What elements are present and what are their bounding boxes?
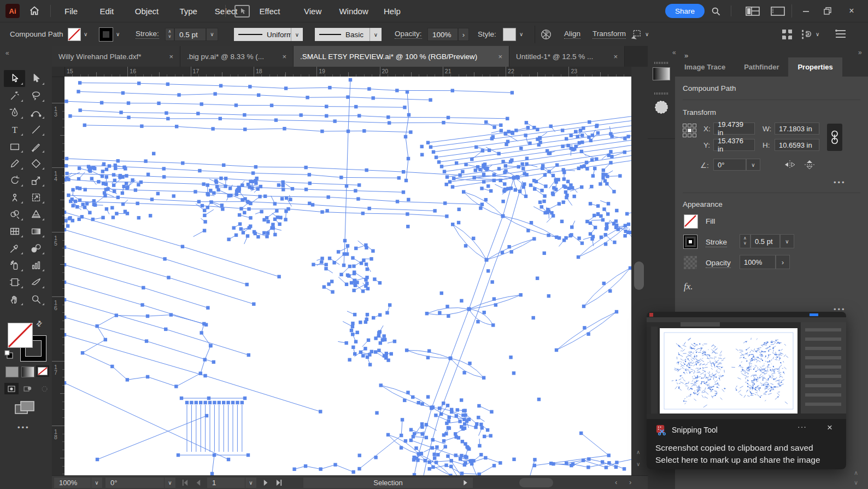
tool-puppet-warp[interactable] [4,189,25,206]
tool-rectangle[interactable] [4,138,25,155]
hscroll-right-chevron[interactable]: › [629,478,631,486]
toolbar-more-button[interactable]: ••• [17,423,30,432]
tool-pencil[interactable] [4,155,25,172]
stroke-swatch[interactable] [99,28,113,41]
tool-direct-selection[interactable] [25,70,46,87]
tool-artboard[interactable] [4,273,25,290]
previous-artboard-button[interactable] [193,478,203,487]
dock-scroll-up-chevron[interactable]: ∧ [854,469,858,476]
tool-curvature[interactable] [25,104,46,121]
snap-chevron[interactable]: ∨ [816,32,819,37]
notification-more-button[interactable]: ··· [797,422,807,431]
stroke-weight-stepper[interactable]: ∧∨ [165,28,174,41]
isolate-chevron[interactable]: ∨ [645,32,649,37]
gradient-mode-button[interactable] [21,366,34,377]
tool-type[interactable]: T [4,121,25,138]
appearance-stroke-stepper[interactable]: ∧∨ [740,234,750,248]
appearance-stroke-swatch[interactable] [684,235,697,248]
tool-zoom[interactable] [25,290,46,307]
search-icon[interactable] [711,6,721,16]
document-tab[interactable]: Untitled-1* @ 12.5 % ...× [509,46,625,67]
stroke-dropdown-chevron[interactable]: ∨ [116,32,120,37]
workspace-switcher-icon[interactable] [746,7,760,16]
tool-rotate[interactable] [4,172,25,189]
w-field[interactable]: 17.1803 in [775,123,819,135]
appearance-opacity-swatch[interactable] [684,256,697,269]
screen-mode-icon[interactable] [14,400,35,416]
h-field[interactable]: 10.6593 in [775,139,819,151]
vertical-scrollbar[interactable]: ∧ ∨ [631,67,648,475]
snipping-tool-notification[interactable]: Snipping Tool ··· × Screenshot copied to… [647,312,846,469]
hscroll-left-chevron[interactable]: ‹ [615,478,617,486]
opacity-field[interactable]: 100% [427,28,458,41]
menu-edit[interactable]: Edit [92,0,121,22]
document-tab[interactable]: .big pv.ai* @ 8.33 % (...× [180,46,294,67]
tool-lasso[interactable] [25,87,46,104]
stroke-weight-chevron[interactable]: ∨ [206,28,218,41]
recolor-artwork-icon[interactable] [540,28,552,40]
dock-collapse-chevron[interactable]: « [672,49,676,56]
menu-view[interactable]: View [296,0,329,22]
menu-help[interactable]: Help [376,0,408,22]
tool-hand[interactable] [4,290,25,307]
minimize-button[interactable] [794,0,818,22]
next-artboard-button[interactable] [261,478,271,487]
status-display-dropdown[interactable]: Selection [303,478,473,488]
document-setup-icon[interactable] [782,29,793,40]
tab-close-icon[interactable]: × [169,53,173,61]
draw-inside-button[interactable] [37,383,51,394]
selection-panel-button[interactable] [652,92,671,117]
artboard-canvas[interactable] [64,77,631,475]
width-profile-dropdown[interactable]: Uniform [234,28,291,41]
restore-button[interactable] [816,0,840,22]
document-tab[interactable]: .SMALL ETSY PREVIEW.ai* @ 100 % (RGB/Pre… [294,46,509,67]
vscroll-thumb[interactable] [634,261,644,290]
reference-point-locator[interactable] [683,124,696,137]
notification-close-button[interactable]: × [827,422,832,433]
draw-normal-button[interactable] [4,383,19,394]
hscroll-thumb[interactable] [519,478,553,487]
snap-options-icon[interactable] [800,28,812,40]
touch-workspace-icon[interactable] [234,4,250,18]
fx-button[interactable]: fx. [684,281,693,292]
tool-perspective-grid[interactable] [25,206,46,223]
draw-behind-button[interactable] [21,383,35,394]
tool-blend[interactable] [25,240,46,257]
fill-color-proxy[interactable] [8,323,33,348]
tool-column-graph[interactable] [25,257,46,273]
isolate-selected-icon[interactable] [630,29,642,40]
appearance-stroke-chevron[interactable]: ∨ [780,234,794,248]
appearance-opacity-label[interactable]: Opacity [706,259,731,267]
color-mode-button[interactable] [5,366,19,377]
none-mode-button[interactable] [36,365,49,377]
align-link[interactable]: Align [564,22,580,46]
fill-dropdown-chevron[interactable]: ∨ [84,32,87,37]
appearance-fill-label[interactable]: Fill [706,217,715,225]
menu-window[interactable]: Window [331,0,376,22]
brush-chevron[interactable]: ∨ [370,28,382,41]
last-artboard-button[interactable] [274,478,284,487]
tool-magic-wand[interactable] [4,87,25,104]
panel-tab-properties[interactable]: Properties [788,57,842,77]
panel-tab-image-trace[interactable]: Image Trace [675,57,735,77]
tool-symbol-sprayer[interactable] [4,257,25,273]
appearance-stroke-label[interactable]: Stroke [706,238,727,246]
default-fill-stroke-icon[interactable] [4,350,13,359]
appearance-stroke-field[interactable]: 0.5 pt [750,234,780,248]
menu-object[interactable]: Object [127,0,166,22]
home-icon[interactable] [28,5,40,17]
controlbar-menu-icon[interactable] [835,30,846,38]
menu-file[interactable]: File [57,0,85,22]
tab-close-icon[interactable]: × [498,53,502,61]
gradient-panel-button[interactable] [652,62,671,80]
y-field[interactable]: 15.4376 in [713,139,755,151]
tool-shaper[interactable] [25,155,46,172]
style-chevron[interactable]: ∨ [519,32,523,37]
appearance-opacity-field[interactable]: 100% [740,255,776,269]
tool-gradient[interactable] [25,223,46,240]
tool-eyedropper[interactable] [4,240,25,257]
fill-swatch[interactable] [68,28,81,41]
toolbar-collapse-chevron[interactable]: « [5,49,9,57]
dock-expand-chevron[interactable]: » [858,49,862,56]
appearance-fill-swatch[interactable] [684,214,698,229]
